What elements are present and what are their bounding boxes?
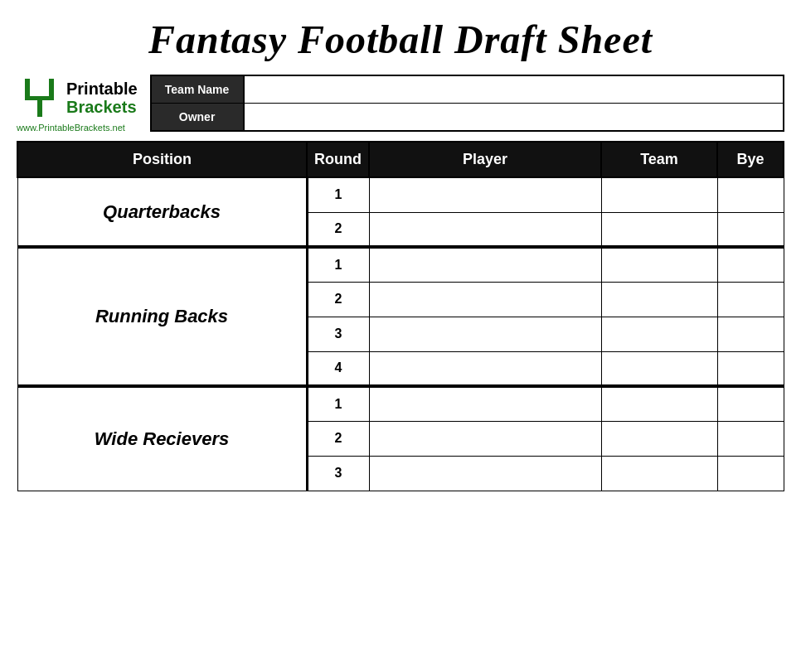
header-section: Printable Brackets www.PrintableBrackets… bbox=[17, 75, 784, 133]
bye-cell[interactable] bbox=[717, 247, 784, 282]
table-header-row: Position Round Player Team Bye bbox=[17, 142, 784, 177]
position-cell: Wide Recievers bbox=[17, 386, 307, 491]
header-round: Round bbox=[307, 142, 369, 177]
position-cell: Quarterbacks bbox=[17, 177, 307, 247]
round-cell: 1 bbox=[307, 386, 369, 421]
player-cell[interactable] bbox=[369, 421, 601, 456]
svg-rect-0 bbox=[25, 79, 30, 97]
svg-rect-1 bbox=[49, 79, 54, 97]
round-cell: 2 bbox=[307, 212, 369, 247]
player-cell[interactable] bbox=[369, 317, 601, 351]
team-info-box: Team Name Owner bbox=[150, 75, 784, 132]
round-cell: 4 bbox=[307, 351, 369, 386]
player-cell[interactable] bbox=[369, 386, 601, 421]
owner-row: Owner bbox=[152, 104, 783, 130]
logo-area: Printable Brackets www.PrintableBrackets… bbox=[17, 75, 138, 133]
logo-url: www.PrintableBrackets.net bbox=[17, 123, 125, 133]
header-position: Position bbox=[17, 142, 307, 177]
page-container: Fantasy Football Draft Sheet Printable bbox=[0, 0, 801, 500]
bye-cell[interactable] bbox=[717, 386, 784, 421]
team-cell[interactable] bbox=[601, 421, 717, 456]
team-cell[interactable] bbox=[601, 247, 717, 282]
team-name-label: Team Name bbox=[152, 76, 243, 103]
goal-post-icon bbox=[17, 75, 62, 120]
table-row: Running Backs1 bbox=[17, 247, 784, 282]
round-cell: 3 bbox=[307, 456, 369, 491]
svg-rect-2 bbox=[25, 96, 54, 100]
position-cell: Running Backs bbox=[17, 247, 307, 386]
bye-cell[interactable] bbox=[717, 212, 784, 247]
header-bye: Bye bbox=[717, 142, 784, 177]
team-cell[interactable] bbox=[601, 317, 717, 351]
player-cell[interactable] bbox=[369, 212, 601, 247]
player-cell[interactable] bbox=[369, 282, 601, 317]
bye-cell[interactable] bbox=[717, 177, 784, 212]
round-cell: 1 bbox=[307, 247, 369, 282]
team-cell[interactable] bbox=[601, 386, 717, 421]
player-cell[interactable] bbox=[369, 351, 601, 386]
table-row: Quarterbacks1 bbox=[17, 177, 784, 212]
owner-value[interactable] bbox=[243, 104, 783, 130]
team-name-row: Team Name bbox=[152, 76, 783, 104]
player-cell[interactable] bbox=[369, 247, 601, 282]
player-cell[interactable] bbox=[369, 456, 601, 491]
logo-text: Printable Brackets bbox=[66, 80, 138, 116]
logo-combined: Printable Brackets bbox=[17, 75, 138, 120]
round-cell: 1 bbox=[307, 177, 369, 212]
owner-label: Owner bbox=[152, 104, 243, 130]
team-cell[interactable] bbox=[601, 212, 717, 247]
header-player: Player bbox=[369, 142, 601, 177]
team-cell[interactable] bbox=[601, 177, 717, 212]
draft-table: Position Round Player Team Bye Quarterba… bbox=[17, 141, 784, 491]
bye-cell[interactable] bbox=[717, 456, 784, 491]
team-cell[interactable] bbox=[601, 351, 717, 386]
team-cell[interactable] bbox=[601, 282, 717, 317]
logo-printable-text: Printable bbox=[66, 80, 138, 98]
bye-cell[interactable] bbox=[717, 317, 784, 351]
page-title: Fantasy Football Draft Sheet bbox=[17, 8, 784, 75]
team-cell[interactable] bbox=[601, 456, 717, 491]
table-row: Wide Recievers1 bbox=[17, 386, 784, 421]
header-team: Team bbox=[601, 142, 717, 177]
logo-brackets-text: Brackets bbox=[66, 98, 138, 116]
player-cell[interactable] bbox=[369, 177, 601, 212]
round-cell: 2 bbox=[307, 421, 369, 456]
round-cell: 3 bbox=[307, 317, 369, 351]
svg-rect-3 bbox=[37, 100, 42, 117]
bye-cell[interactable] bbox=[717, 351, 784, 386]
bye-cell[interactable] bbox=[717, 282, 784, 317]
round-cell: 2 bbox=[307, 282, 369, 317]
team-name-value[interactable] bbox=[243, 76, 783, 103]
bye-cell[interactable] bbox=[717, 421, 784, 456]
